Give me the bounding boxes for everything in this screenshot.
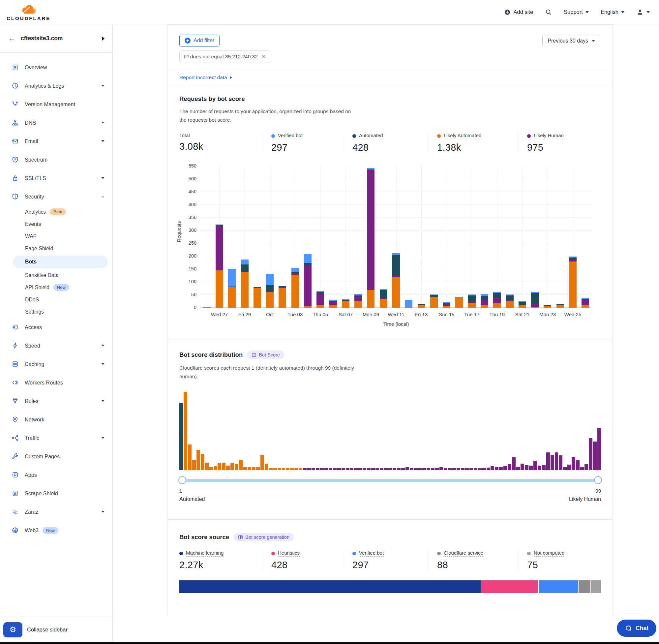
bot-score-badge[interactable]: Bot Score <box>247 350 284 359</box>
sidebar-item-zaraz[interactable]: Zaraz <box>0 503 112 521</box>
sidebar-item-rules[interactable]: Rules <box>0 392 112 410</box>
sidebar-item-apps[interactable]: Apps <box>0 466 112 484</box>
sidebar-item-ddos[interactable]: DDoS <box>0 294 112 306</box>
bar-segment-likely-human <box>493 297 501 303</box>
stat-label[interactable]: Not computed <box>534 550 564 557</box>
distribution-bar <box>499 467 503 470</box>
sidebar-item-label: Settings <box>25 309 44 315</box>
sidebar-item-settings[interactable]: Settings <box>0 306 112 318</box>
speed-icon <box>11 342 19 349</box>
filter-chip[interactable]: IP does not equal 35.212.240.32 ✕ <box>179 50 270 63</box>
sidebar-item-bots[interactable]: Bots <box>13 256 108 268</box>
sidebar-item-spectrum[interactable]: Spectrum <box>0 151 112 169</box>
search-button[interactable] <box>545 8 552 16</box>
sidebar-item-email[interactable]: Email <box>0 132 112 151</box>
slider-handle-min[interactable] <box>178 476 186 484</box>
slider-handle-max[interactable] <box>594 476 602 484</box>
distribution-bar <box>435 468 439 470</box>
chevron-right-icon <box>230 76 232 79</box>
stacked-bar <box>380 166 387 308</box>
sidebar-item-analytics-logs[interactable]: Analytics & Logs <box>0 76 112 95</box>
chat-button[interactable]: Chat <box>617 620 656 637</box>
stat-label[interactable]: Verified bot <box>278 133 303 139</box>
distribution-bar <box>538 466 541 470</box>
sidebar-item-label: Bots <box>25 259 37 265</box>
sidebar-item-caching[interactable]: Caching <box>0 355 112 373</box>
bot-score-distribution-section: Bot score distribution Bot Score Cloudfl… <box>167 341 612 519</box>
sidebar-item-ssl-tls[interactable]: SSL/TLS <box>0 169 112 187</box>
sidebar-item-label: Apps <box>25 472 37 478</box>
stat-value: 88 <box>437 559 511 571</box>
sidebar-item-overview[interactable]: Overview <box>0 58 112 76</box>
stat-automated: Automated428 <box>343 133 428 153</box>
bar-segment-likely-automated <box>481 305 488 308</box>
distribution-card: Bot score distribution Bot Score Cloudfl… <box>167 341 613 520</box>
sidebar-item-web3[interactable]: Web3New <box>0 521 112 539</box>
sidebar-item-network[interactable]: Network <box>0 410 112 429</box>
gear-icon[interactable]: ⚙ <box>3 622 22 638</box>
bar-segment-likely-human <box>291 273 299 275</box>
slider-track[interactable] <box>179 479 601 482</box>
distribution-bar <box>448 468 452 470</box>
stat-label[interactable]: Likely Human <box>534 133 564 139</box>
stat-value: 297 <box>271 142 336 153</box>
bar-segment-verified-bot <box>443 302 450 303</box>
bot-score-generation-badge[interactable]: Bot score generation <box>234 533 294 542</box>
sidebar-item-workers-routes[interactable]: Workers Routes <box>0 373 112 392</box>
sidebar-item-events[interactable]: Events <box>0 218 112 230</box>
bar-segment-verified-bot <box>455 297 463 298</box>
bar-segment-verified-bot <box>342 299 349 300</box>
bar-segment-automated <box>380 290 387 298</box>
stat-label[interactable]: Cloudflare service <box>444 550 483 557</box>
language-menu[interactable]: English <box>601 9 625 15</box>
back-arrow-icon[interactable]: ← <box>8 34 16 43</box>
sidebar-item-page-shield[interactable]: Page Shield <box>0 243 112 255</box>
stat-value: 297 <box>352 559 421 571</box>
sidebar-item-security[interactable]: Security <box>0 187 112 206</box>
sidebar-item-analytics[interactable]: AnalyticsBeta <box>0 206 112 218</box>
sidebar-item-scrape-shield[interactable]: Scrape Shield <box>0 484 112 503</box>
support-menu[interactable]: Support <box>564 9 589 15</box>
site-switcher[interactable]: ← cftestsite3.com <box>0 24 112 53</box>
requests-chart: Requests Time (local) 050100150200250300… <box>179 166 600 331</box>
sidebar-item-api-shield[interactable]: API ShieldNew <box>0 281 112 294</box>
sidebar-item-dns[interactable]: DNS <box>0 113 112 132</box>
stat-label[interactable]: Automated <box>359 133 383 139</box>
distribution-bar <box>358 468 362 470</box>
bar-segment-likely-automated <box>531 307 539 308</box>
search-icon <box>545 8 552 16</box>
sidebar-item-access[interactable]: Access <box>0 318 112 336</box>
sidebar-item-sensitive-data[interactable]: Sensitive Data <box>0 269 112 281</box>
sidebar-item-speed[interactable]: Speed <box>0 336 112 355</box>
report-incorrect-data-link[interactable]: Report incorrect data <box>179 74 227 80</box>
distribution-bar <box>452 468 456 470</box>
bar-segment-likely-human <box>531 304 539 307</box>
sidebar-item-traffic[interactable]: Traffic <box>0 429 112 447</box>
bar-segment-automated <box>241 264 249 272</box>
sidebar-item-waf[interactable]: WAF <box>0 230 112 243</box>
sidebar-item-version-management[interactable]: Version Management <box>0 95 112 113</box>
stat-label[interactable]: Heuristics <box>278 550 300 557</box>
bar-segment-likely-human <box>468 302 476 303</box>
account-menu[interactable] <box>636 8 650 16</box>
distribution-bar <box>482 468 486 470</box>
bar-segment-automated <box>569 257 576 260</box>
stacked-bar <box>316 166 324 308</box>
distribution-bar <box>350 468 354 470</box>
sidebar-item-label: Network <box>25 416 44 423</box>
stat-verified-bot: Verified bot297 <box>343 550 428 571</box>
site-name: cftestsite3.com <box>21 35 97 42</box>
add-filter-button[interactable]: + Add filter <box>179 34 219 46</box>
date-range-select[interactable]: Previous 30 days <box>542 34 600 47</box>
score-range-slider[interactable] <box>179 476 601 485</box>
stat-label[interactable]: Likely Automated <box>444 133 481 139</box>
stat-label[interactable]: Machine learning <box>186 550 223 557</box>
add-site-button[interactable]: Add site <box>504 9 533 16</box>
legend-dot <box>179 552 183 555</box>
sidebar-item-label: Custom Pages <box>25 454 60 460</box>
collapse-sidebar-button[interactable]: ⚙ Collapse sidebar <box>0 617 112 642</box>
stat-label[interactable]: Verified bot <box>359 550 384 557</box>
sidebar-item-custom-pages[interactable]: Custom Pages <box>0 447 112 466</box>
close-icon[interactable]: ✕ <box>262 54 266 60</box>
x-tick-label: Mon 09 <box>358 312 384 317</box>
